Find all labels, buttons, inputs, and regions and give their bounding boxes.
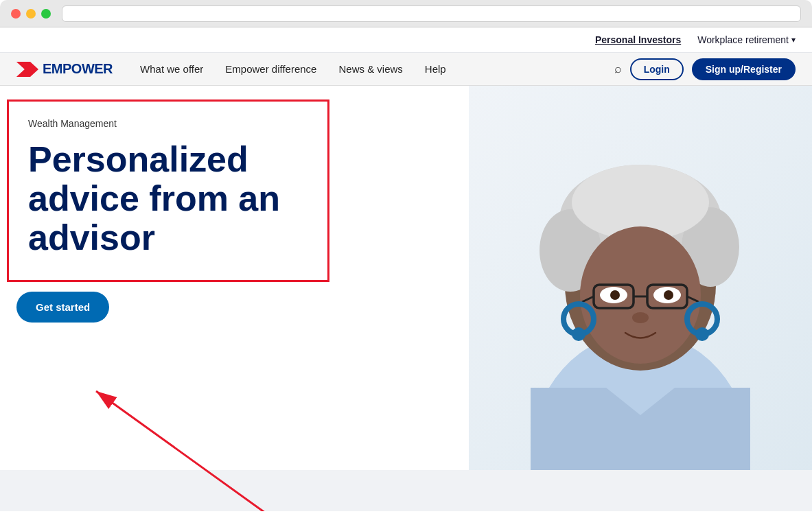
- nav-links: What we offer Empower difference News & …: [140, 54, 614, 84]
- logo-flag-icon: [16, 62, 38, 77]
- personal-investors-link[interactable]: Personal Investors: [595, 34, 681, 45]
- bottom-stripe: [0, 470, 812, 511]
- hero-title: Personalized advice from an advisor: [28, 140, 308, 258]
- hero-title-line3: advisor: [28, 218, 155, 257]
- nav-news-views[interactable]: News & views: [338, 54, 402, 84]
- signup-register-button[interactable]: Sign up/Register: [692, 58, 796, 80]
- search-icon[interactable]: ⌕: [614, 62, 622, 76]
- svg-point-20: [610, 290, 620, 300]
- minimize-button[interactable]: [26, 9, 36, 19]
- nav-what-we-offer[interactable]: What we offer: [140, 54, 203, 84]
- svg-point-12: [580, 226, 701, 364]
- wealth-management-label: Wealth Management: [28, 118, 308, 129]
- top-bar: Personal Investors Workplace retirement …: [0, 27, 812, 53]
- svg-point-22: [632, 312, 649, 323]
- hero-person-illustration: [469, 99, 812, 511]
- svg-point-26: [695, 327, 709, 341]
- fullscreen-button[interactable]: [41, 9, 51, 19]
- nav-bar: EMPOWER What we offer Empower difference…: [0, 53, 812, 86]
- selection-box-annotation: Wealth Management Personalized advice fr…: [7, 99, 329, 282]
- nav-actions: ⌕ Login Sign up/Register: [614, 58, 796, 80]
- hero-image: [469, 86, 812, 511]
- browser-chrome: [0, 0, 812, 27]
- get-started-button[interactable]: Get started: [16, 292, 109, 323]
- traffic-lights: [11, 9, 51, 19]
- chevron-down-icon: ▾: [791, 35, 796, 45]
- hero-title-line1: Personalized: [28, 139, 248, 179]
- workplace-retirement-label: Workplace retirement: [697, 34, 789, 45]
- address-bar[interactable]: [62, 5, 801, 22]
- login-button[interactable]: Login: [630, 58, 684, 80]
- close-button[interactable]: [11, 9, 21, 19]
- workplace-retirement-dropdown[interactable]: Workplace retirement ▾: [697, 34, 796, 45]
- svg-point-21: [664, 290, 673, 300]
- logo-text: EMPOWER: [43, 61, 113, 77]
- logo-area[interactable]: EMPOWER: [16, 61, 113, 77]
- hero-title-line2: advice from an: [28, 178, 280, 218]
- nav-empower-difference[interactable]: Empower difference: [225, 54, 316, 84]
- hero-section: Wealth Management Personalized advice fr…: [0, 86, 812, 511]
- nav-help[interactable]: Help: [425, 54, 446, 84]
- svg-point-25: [572, 327, 585, 341]
